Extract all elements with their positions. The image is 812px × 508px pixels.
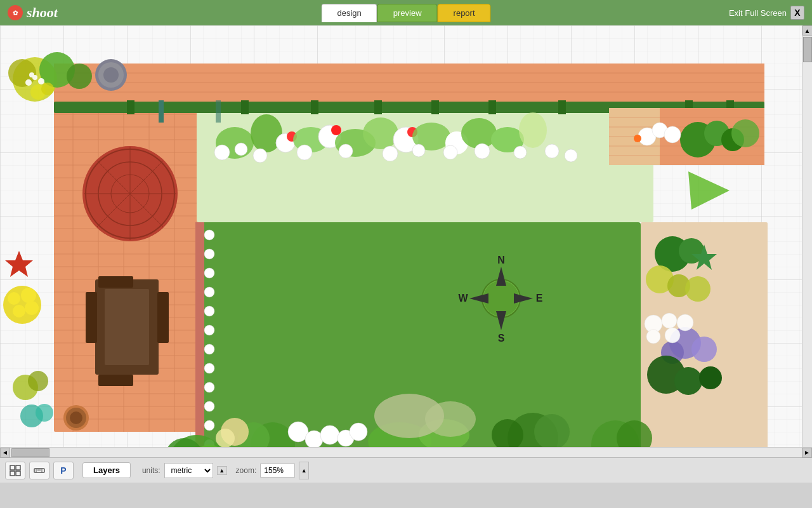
svg-point-154 bbox=[320, 425, 339, 444]
tab-report[interactable]: report bbox=[438, 4, 491, 22]
logo-icon: ✿ bbox=[8, 5, 23, 20]
logo-text: shoot bbox=[27, 4, 58, 21]
scroll-up-button[interactable]: ▲ bbox=[802, 25, 813, 36]
garden-canvas: N S E W bbox=[0, 25, 802, 447]
zoom-input[interactable] bbox=[260, 464, 295, 478]
svg-rect-82 bbox=[157, 292, 169, 343]
svg-rect-200 bbox=[10, 471, 15, 476]
svg-point-103 bbox=[38, 78, 44, 84]
header: ✿ shoot design preview report Exit Full … bbox=[0, 0, 812, 25]
svg-point-76 bbox=[204, 401, 214, 411]
scrollbar-horizontal: ◄ ► bbox=[0, 447, 812, 457]
svg-point-75 bbox=[204, 382, 214, 392]
svg-rect-81 bbox=[86, 292, 97, 343]
svg-point-70 bbox=[204, 287, 214, 297]
svg-point-67 bbox=[204, 230, 214, 240]
svg-point-158 bbox=[216, 429, 235, 447]
svg-point-169 bbox=[8, 292, 20, 305]
svg-point-186 bbox=[731, 119, 759, 147]
svg-point-124 bbox=[297, 145, 312, 160]
svg-point-121 bbox=[214, 145, 230, 160]
svg-point-145 bbox=[646, 330, 660, 344]
units-up-button[interactable]: ▲ bbox=[217, 466, 227, 475]
svg-point-68 bbox=[204, 249, 214, 259]
svg-point-171 bbox=[13, 305, 25, 318]
svg-point-143 bbox=[662, 313, 677, 328]
scroll-thumb-horizontal[interactable] bbox=[11, 448, 49, 457]
svg-point-104 bbox=[29, 72, 34, 77]
svg-point-176 bbox=[36, 404, 53, 422]
svg-point-101 bbox=[25, 79, 32, 86]
grid-button[interactable] bbox=[5, 462, 25, 479]
exit-area: Exit Full Screen X bbox=[729, 6, 804, 20]
units-label: units: bbox=[142, 466, 160, 475]
canvas-container[interactable]: N S E W bbox=[0, 25, 812, 447]
svg-point-74 bbox=[204, 363, 214, 373]
tab-preview[interactable]: preview bbox=[377, 4, 438, 22]
scroll-thumb-vertical[interactable] bbox=[803, 37, 812, 62]
svg-point-127 bbox=[412, 144, 425, 157]
svg-point-170 bbox=[21, 288, 36, 303]
svg-point-172 bbox=[25, 301, 39, 315]
svg-rect-202 bbox=[34, 469, 44, 472]
svg-point-71 bbox=[204, 306, 214, 316]
svg-rect-197 bbox=[216, 100, 221, 123]
svg-point-118 bbox=[461, 118, 497, 149]
measure-button[interactable] bbox=[29, 462, 49, 479]
svg-point-156 bbox=[350, 423, 367, 441]
svg-point-138 bbox=[685, 276, 710, 302]
scroll-left-button[interactable]: ◄ bbox=[0, 448, 10, 458]
svg-point-111 bbox=[331, 125, 341, 135]
scroll-right-button[interactable]: ► bbox=[802, 448, 812, 458]
svg-rect-47 bbox=[558, 100, 566, 114]
svg-point-128 bbox=[443, 145, 457, 159]
svg-text:E: E bbox=[536, 293, 543, 304]
svg-point-126 bbox=[383, 146, 398, 161]
svg-point-144 bbox=[677, 314, 693, 331]
svg-rect-83 bbox=[98, 276, 133, 288]
svg-point-146 bbox=[665, 328, 680, 343]
svg-point-72 bbox=[204, 325, 214, 335]
svg-point-122 bbox=[235, 143, 247, 156]
svg-point-190 bbox=[634, 135, 641, 142]
zoom-label: zoom: bbox=[236, 466, 257, 475]
svg-point-98 bbox=[67, 64, 92, 89]
svg-text:N: N bbox=[497, 255, 505, 265]
svg-point-149 bbox=[699, 366, 722, 389]
svg-rect-196 bbox=[159, 100, 164, 123]
exit-fullscreen-button[interactable]: Exit Full Screen bbox=[729, 8, 787, 18]
tag-button[interactable]: P bbox=[53, 462, 74, 479]
svg-rect-45 bbox=[431, 100, 439, 114]
main-area: N S E W bbox=[0, 25, 812, 483]
svg-rect-44 bbox=[374, 100, 382, 114]
svg-point-189 bbox=[664, 126, 681, 143]
svg-rect-66 bbox=[195, 222, 204, 447]
svg-point-131 bbox=[545, 144, 559, 158]
svg-point-86 bbox=[483, 281, 519, 316]
layers-button[interactable]: Layers bbox=[82, 462, 131, 478]
svg-point-69 bbox=[204, 268, 214, 278]
zoom-up-button[interactable]: ▲ bbox=[299, 462, 309, 479]
svg-point-193 bbox=[425, 401, 476, 437]
scrollbar-vertical: ▲ ▼ bbox=[802, 25, 812, 447]
svg-point-73 bbox=[204, 344, 214, 354]
svg-text:W: W bbox=[458, 293, 468, 304]
logo-area: ✿ shoot bbox=[8, 4, 58, 21]
svg-rect-41 bbox=[127, 100, 134, 114]
svg-point-77 bbox=[204, 420, 214, 431]
close-button[interactable]: X bbox=[790, 6, 804, 20]
svg-rect-43 bbox=[311, 100, 318, 114]
svg-point-148 bbox=[674, 367, 702, 395]
svg-point-174 bbox=[28, 371, 48, 391]
tabs-area: design preview report bbox=[321, 4, 490, 22]
svg-rect-80 bbox=[105, 289, 149, 365]
units-select[interactable]: metric imperial bbox=[164, 463, 213, 478]
svg-point-132 bbox=[565, 149, 577, 162]
svg-rect-46 bbox=[488, 100, 496, 114]
svg-point-123 bbox=[253, 149, 267, 163]
svg-rect-201 bbox=[16, 471, 20, 476]
svg-text:S: S bbox=[498, 333, 505, 344]
svg-point-153 bbox=[305, 431, 323, 447]
tab-design[interactable]: design bbox=[321, 4, 377, 22]
svg-point-140 bbox=[691, 337, 717, 362]
